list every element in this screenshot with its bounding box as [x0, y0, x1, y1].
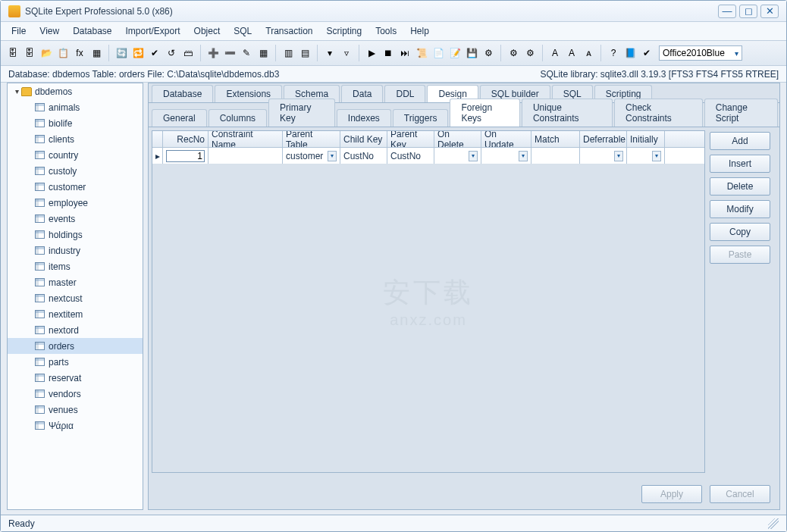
menu-importexport[interactable]: Import/Export [126, 26, 180, 36]
sidebar-tree[interactable]: ▾dbdemosanimalsbiolifeclientscountrycust… [7, 83, 143, 510]
col-remove-icon[interactable]: ▤ [297, 45, 312, 61]
col-on-delete[interactable]: On Delete [434, 131, 481, 147]
db-remove-icon[interactable]: 🗄 [22, 45, 37, 61]
modify-button[interactable]: Modify [710, 200, 770, 218]
grid-grid-icon[interactable]: ▦ [256, 45, 271, 61]
menu-transaction[interactable]: Transaction [265, 26, 312, 36]
tree-db-node[interactable]: ▾dbdemos [8, 83, 143, 99]
theme-select[interactable]: Office2010Blue▾ [659, 45, 742, 61]
col-constraint-name[interactable]: Constraint Name [209, 131, 283, 147]
tree-table-vendors[interactable]: vendors [8, 386, 143, 402]
col-parent-table[interactable]: Parent Table [283, 131, 340, 147]
cell-on-update[interactable]: ▾ [481, 148, 531, 164]
subtab-indexes[interactable]: Indexes [337, 109, 391, 127]
script-new-icon[interactable]: 📝 [447, 45, 462, 61]
copy-button[interactable]: Copy [710, 223, 770, 241]
refresh-icon[interactable]: 🔄 [114, 45, 129, 61]
menu-help[interactable]: Help [410, 26, 429, 36]
subtab-general[interactable]: General [152, 109, 207, 127]
tab-database[interactable]: Database [152, 85, 213, 102]
font-inc-icon[interactable]: A [564, 45, 579, 61]
grid-insert-icon[interactable]: ➕ [205, 45, 221, 61]
tree-table-master[interactable]: master [8, 274, 143, 290]
tree-table-employee[interactable]: employee [8, 195, 143, 211]
subtab-unique-constraints[interactable]: Unique Constraints [522, 99, 613, 127]
db-action-icon[interactable]: 🗃 [180, 45, 196, 61]
col-recno[interactable]: RecNo [163, 131, 209, 147]
sql-icon[interactable]: ▦ [89, 45, 104, 61]
tree-table-reservat[interactable]: reservat [8, 370, 143, 386]
db-add-icon[interactable]: 🗄 [5, 45, 20, 61]
cell-match[interactable] [531, 148, 580, 164]
menu-file[interactable]: File [11, 26, 26, 36]
subtab-primary-key[interactable]: Primary Key [268, 99, 335, 127]
delete-button[interactable]: Delete [710, 177, 770, 196]
menu-view[interactable]: View [39, 26, 59, 36]
tree-table-custoly[interactable]: custoly [8, 163, 143, 179]
cell-initially[interactable]: ▾ [627, 148, 665, 164]
cell-parent-key[interactable]: CustNo [387, 148, 434, 164]
col-on-update[interactable]: On Update [481, 131, 531, 147]
menu-database[interactable]: Database [73, 26, 111, 36]
script-save-icon[interactable]: 💾 [464, 45, 479, 61]
insert-button[interactable]: Insert [710, 155, 770, 173]
filter-clear-icon[interactable]: ▿ [339, 45, 354, 61]
subtab-foreign-keys[interactable]: Foreign Keys [450, 99, 519, 127]
table-row[interactable]: ▸ customer▾ CustNo CustNo ▾ ▾ ▾ ▾ [152, 148, 704, 164]
col-match[interactable]: Match [531, 131, 580, 147]
tree-table-items[interactable]: items [8, 258, 143, 274]
tree-table-country[interactable]: country [8, 147, 143, 163]
recno-input[interactable] [166, 150, 205, 162]
maximize-button[interactable]: ◻ [739, 5, 757, 18]
col-initially[interactable]: Initially [627, 131, 665, 147]
on-update-dropdown[interactable]: ▾ [519, 151, 528, 161]
tree-table-biolife[interactable]: biolife [8, 115, 143, 131]
on-delete-dropdown[interactable]: ▾ [469, 151, 478, 161]
tree-table-nextcust[interactable]: nextcust [8, 290, 143, 306]
tree-table-customer[interactable]: customer [8, 179, 143, 195]
tree-table-animals[interactable]: animals [8, 99, 143, 115]
step-icon[interactable]: ⏭ [397, 45, 412, 61]
subtab-columns[interactable]: Columns [209, 109, 267, 127]
settings-icon[interactable]: ⚙ [506, 45, 521, 61]
gear-icon[interactable]: ⚙ [522, 45, 538, 61]
script-run-icon[interactable]: ⚙ [481, 45, 496, 61]
subtab-triggers[interactable]: Triggers [393, 109, 449, 127]
col-deferrable[interactable]: Deferrable [580, 131, 627, 147]
tree-table-clients[interactable]: clients [8, 131, 143, 147]
col-child-key[interactable]: Child Key [340, 131, 387, 147]
menu-sql[interactable]: SQL [234, 26, 252, 36]
tree-table-venues[interactable]: venues [8, 402, 143, 418]
tab-data[interactable]: Data [341, 85, 383, 102]
db-open-icon[interactable]: 📂 [39, 45, 54, 61]
grid-edit-icon[interactable]: ✎ [239, 45, 254, 61]
cell-deferrable[interactable]: ▾ [580, 148, 627, 164]
tree-table-parts[interactable]: parts [8, 354, 143, 370]
doc-icon[interactable]: 📘 [622, 45, 638, 61]
tree-table-ψάρια[interactable]: Ψάρια [8, 418, 143, 433]
stop-icon[interactable]: ⏹ [381, 45, 396, 61]
play-icon[interactable]: ▶ [364, 45, 379, 61]
tree-table-nextord[interactable]: nextord [8, 322, 143, 338]
cell-on-delete[interactable]: ▾ [434, 148, 481, 164]
menu-scripting[interactable]: Scripting [327, 26, 362, 36]
subtab-check-constraints[interactable]: Check Constraints [614, 99, 703, 127]
collapse-icon[interactable]: ▾ [12, 87, 21, 95]
tab-ddl[interactable]: DDL [384, 85, 425, 102]
add-button[interactable]: Add [710, 132, 770, 150]
db-copy-icon[interactable]: 📋 [55, 45, 71, 61]
col-add-icon[interactable]: ▥ [281, 45, 296, 61]
font-dec-icon[interactable]: ᴀ [581, 45, 596, 61]
fx-icon[interactable]: fx [72, 45, 87, 61]
rollback-icon[interactable]: ↺ [164, 45, 179, 61]
check-icon[interactable]: ✔ [639, 45, 654, 61]
close-button[interactable]: ✕ [760, 5, 779, 18]
deferrable-dropdown[interactable]: ▾ [614, 151, 623, 161]
commit-icon[interactable]: ✔ [147, 45, 162, 61]
tree-table-nextitem[interactable]: nextitem [8, 306, 143, 322]
initially-dropdown[interactable]: ▾ [652, 151, 661, 161]
cell-child-key[interactable]: CustNo [340, 148, 387, 164]
help-icon[interactable]: ? [606, 45, 621, 61]
resize-grip[interactable] [768, 518, 779, 529]
script-open-icon[interactable]: 📄 [431, 45, 446, 61]
